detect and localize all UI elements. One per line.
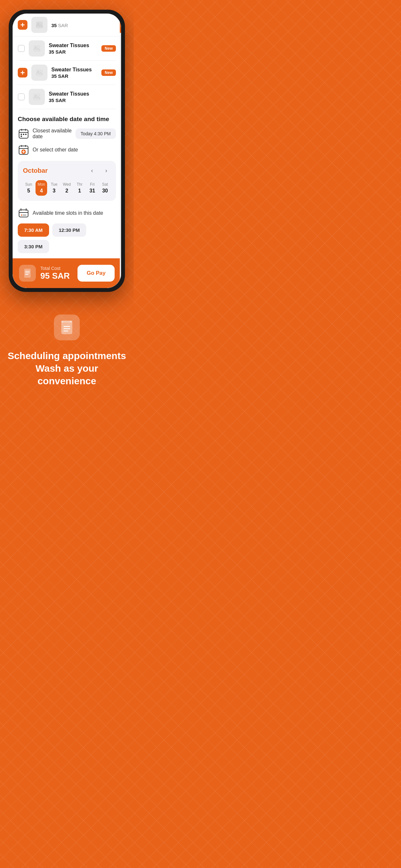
- product-name-2: Sweater Tissues: [51, 67, 101, 73]
- calendar-header: Octobar ‹ ›: [23, 166, 111, 175]
- calendar-day-30[interactable]: Sat 30: [99, 180, 111, 196]
- product-info-2: Sweater Tissues 35 SAR: [51, 67, 101, 79]
- day-name: Fri: [90, 182, 95, 187]
- closest-date-row: Closest available date Today 4:30 PM: [18, 128, 116, 140]
- day-number: 30: [102, 188, 108, 194]
- next-month-button[interactable]: ›: [102, 166, 111, 175]
- date-section: Choose available date and time: [12, 109, 121, 258]
- closest-date-value[interactable]: Today 4:30 PM: [75, 128, 116, 139]
- svg-rect-10: [23, 134, 24, 135]
- go-pay-button[interactable]: Go Pay: [78, 265, 115, 282]
- calendar-day-1[interactable]: Thr 1: [74, 180, 85, 196]
- svg-rect-11: [25, 134, 27, 135]
- product-name-1: Sweater Tissues: [49, 42, 101, 49]
- day-number: 4: [40, 188, 43, 194]
- day-name: Mon: [37, 182, 45, 187]
- new-badge-2: New: [101, 69, 116, 76]
- time-slots-label: Available time slots in this date: [33, 210, 103, 216]
- product-info-3: Sweater Tissues 35 SAR: [49, 91, 116, 103]
- product-price-3: 35 SAR: [49, 97, 116, 103]
- bill-icon: [19, 265, 36, 282]
- cost-info: Total Cost 95 SAR: [40, 266, 78, 281]
- product-image-2: [31, 65, 48, 81]
- time-icon: [18, 207, 29, 219]
- product-price-2: 35 SAR: [51, 73, 101, 79]
- product-name-3: Sweater Tissues: [49, 91, 116, 97]
- marketing-section: Scheduling appointmentsWash as your conv…: [0, 302, 134, 403]
- bottom-bar: Total Cost 95 SAR Go Pay: [12, 258, 121, 288]
- time-slot-2[interactable]: 3:30 PM: [18, 240, 49, 253]
- day-number: 5: [27, 188, 30, 194]
- time-slot-0[interactable]: 7:30 AM: [18, 223, 49, 237]
- day-number: 3: [53, 188, 56, 194]
- product-info: 35 SAR: [51, 22, 116, 28]
- closest-date-label: Closest available date: [33, 128, 75, 140]
- svg-rect-21: [70, 321, 72, 322]
- product-item-2: Sweater Tissues 35 SAR New: [18, 61, 116, 85]
- cost-value: 95 SAR: [40, 271, 78, 281]
- cost-label: Total Cost: [40, 266, 78, 271]
- calendar-day-3[interactable]: Tue 3: [49, 180, 60, 196]
- time-slots-header-row: Available time slots in this date: [18, 207, 116, 219]
- other-date-row[interactable]: Or select other date: [18, 144, 116, 156]
- svg-rect-0: [36, 22, 43, 28]
- add-date-icon: [18, 144, 29, 156]
- day-name: Wed: [63, 182, 71, 187]
- product-info-1: Sweater Tissues 35 SAR: [49, 42, 101, 55]
- svg-rect-4: [36, 69, 43, 76]
- calendar-day-5[interactable]: Sun 5: [23, 180, 34, 196]
- add-button-2[interactable]: [18, 68, 27, 78]
- calendar-month: Octobar: [23, 167, 48, 175]
- calendar-icon: [18, 128, 29, 140]
- calendar-nav: ‹ ›: [88, 166, 111, 175]
- add-button-partial[interactable]: [18, 20, 27, 30]
- time-slots: 7:30 AM12:30 PM3:30 PM: [18, 223, 116, 253]
- day-number: 2: [66, 188, 68, 194]
- marketing-icon: [54, 314, 80, 340]
- product-checkbox-3[interactable]: [18, 93, 25, 100]
- product-price: 35 SAR: [51, 23, 116, 28]
- svg-rect-12: [21, 135, 22, 137]
- calendar-days: Sun 5 Mon 4 Tue 3 Wed 2 Thr 1 Fri 31 Sat…: [23, 180, 111, 196]
- calendar-day-2[interactable]: Wed 2: [61, 180, 72, 196]
- marketing-title: Scheduling appointmentsWash as your conv…: [6, 349, 127, 387]
- product-list: Sweater Tissues 35 SAR New: [12, 36, 121, 109]
- svg-rect-15: [19, 210, 28, 217]
- product-item-3: Sweater Tissues 35 SAR: [18, 85, 116, 109]
- time-slot-1[interactable]: 12:30 PM: [52, 223, 86, 237]
- svg-point-16: [21, 214, 22, 216]
- day-name: Sun: [25, 182, 32, 187]
- other-date-label: Or select other date: [33, 147, 78, 153]
- day-name: Thr: [76, 182, 82, 187]
- section-title: Choose available date and time: [18, 116, 116, 123]
- day-name: Sat: [102, 182, 108, 187]
- svg-rect-2: [34, 45, 40, 52]
- calendar-day-31[interactable]: Fri 31: [87, 180, 98, 196]
- product-image-3: [29, 89, 45, 105]
- svg-rect-6: [34, 94, 40, 100]
- scrollbar[interactable]: [120, 13, 121, 288]
- svg-rect-9: [21, 134, 22, 135]
- calendar-day-4[interactable]: Mon 4: [35, 180, 47, 196]
- day-name: Tue: [51, 182, 57, 187]
- calendar: Octobar ‹ › Sun 5 Mon 4 Tue 3 Wed 2 Thr …: [18, 161, 116, 201]
- new-badge-1: New: [101, 45, 116, 52]
- prev-month-button[interactable]: ‹: [88, 166, 96, 175]
- day-number: 1: [78, 188, 81, 194]
- product-checkbox-1[interactable]: [18, 45, 25, 52]
- product-image-1: [29, 40, 45, 57]
- product-image: [31, 17, 48, 33]
- product-item-partial: 35 SAR: [12, 13, 121, 36]
- product-price-1: 35 SAR: [49, 49, 101, 55]
- day-number: 31: [89, 188, 95, 194]
- product-item-1: Sweater Tissues 35 SAR New: [18, 36, 116, 61]
- svg-rect-18: [61, 321, 72, 334]
- svg-rect-20: [61, 321, 63, 322]
